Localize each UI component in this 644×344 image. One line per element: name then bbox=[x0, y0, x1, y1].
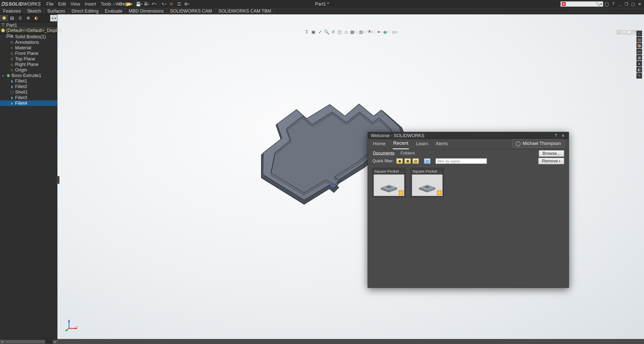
task-tab-home-icon[interactable]: ⌂ bbox=[636, 31, 642, 36]
tree-item[interactable]: ↳Origin bbox=[0, 67, 57, 73]
tab-evaluate[interactable]: Evaluate bbox=[102, 8, 126, 14]
tree-item[interactable]: ≡Material bbox=[0, 45, 57, 51]
fm-collapse-icon[interactable]: ▸ bbox=[54, 15, 57, 21]
select-button[interactable]: ↖▾ bbox=[160, 1, 167, 7]
tab-recent[interactable]: Recent bbox=[393, 138, 409, 149]
task-tab-custom-icon[interactable]: ◧ bbox=[636, 67, 642, 72]
tab-sketch[interactable]: Sketch bbox=[24, 8, 44, 14]
panel-h-scrollbar[interactable]: ◂ ▸ bbox=[0, 339, 57, 344]
scroll-right-icon[interactable]: ▸ bbox=[53, 340, 57, 344]
tree-item[interactable]: ◗Fillet3 bbox=[0, 95, 57, 100]
tree-item[interactable]: ◇Front Plane bbox=[0, 51, 57, 56]
tab-mbd-dimensions[interactable]: MBD Dimensions bbox=[126, 8, 167, 14]
orient-icon[interactable]: ▣ bbox=[310, 29, 316, 35]
view-settings-icon[interactable]: 👁▾ bbox=[367, 29, 373, 35]
recent-document-card[interactable]: Square Pocket CA... bbox=[411, 168, 444, 197]
display-state-icon[interactable]: ▭▾ bbox=[391, 29, 398, 35]
options-button[interactable]: ⚙▾ bbox=[183, 1, 190, 7]
hide-show-icon[interactable]: ▥▾ bbox=[359, 29, 365, 35]
task-tab-forum-icon[interactable]: ✎ bbox=[636, 73, 642, 79]
menu-file[interactable]: File bbox=[46, 2, 54, 7]
menu-edit[interactable]: Edit bbox=[58, 2, 66, 7]
tab-alerts[interactable]: Alerts bbox=[435, 139, 449, 149]
minimize-child-icon[interactable]: ＿ bbox=[617, 1, 623, 7]
display-style-icon[interactable]: ▦▾ bbox=[350, 29, 356, 35]
print-button[interactable]: 🖶▾ bbox=[143, 1, 150, 7]
filter-parts-icon[interactable]: ⬣ bbox=[396, 158, 403, 164]
filter-pinned-icon[interactable]: ◫ bbox=[424, 158, 431, 164]
rebuild-button[interactable]: ⟳ bbox=[168, 1, 175, 7]
login-icon[interactable]: ◯ bbox=[604, 1, 610, 7]
dialog-title-bar[interactable]: Welcome - SOLIDWORKS ? ✕ bbox=[368, 132, 569, 139]
filter-drawings-icon[interactable]: ▤ bbox=[412, 158, 419, 164]
zoom-fit-icon[interactable]: ⤢ bbox=[317, 29, 323, 35]
menu-insert[interactable]: Insert bbox=[85, 2, 96, 7]
tree-item[interactable]: ◗Fillet1 bbox=[0, 78, 57, 84]
tree-item[interactable]: ◇Right Plane bbox=[0, 62, 57, 67]
options-list-button[interactable]: ☲ bbox=[175, 1, 183, 7]
tree-item[interactable]: ◗Fillet2 bbox=[0, 84, 57, 89]
fm-tab-property-icon[interactable]: ▤ bbox=[8, 15, 16, 21]
save-button[interactable]: 💾▾ bbox=[135, 1, 142, 7]
fm-tab-dim-icon[interactable]: ⊕ bbox=[24, 15, 32, 21]
tree-item[interactable]: 🗀Annotations bbox=[0, 40, 57, 45]
command-search-input[interactable]: S 🔍▾ bbox=[560, 1, 603, 7]
scroll-track[interactable] bbox=[5, 340, 53, 343]
fm-tab-tree-icon[interactable]: ⬣ bbox=[0, 15, 8, 21]
panel-splitter[interactable] bbox=[57, 176, 59, 184]
tab-learn[interactable]: Learn bbox=[415, 139, 429, 149]
view-triad-icon[interactable]: x bbox=[65, 317, 79, 331]
vp-split-icon[interactable]: ◫ bbox=[616, 30, 621, 34]
task-tab-resources-icon[interactable]: ▤ bbox=[636, 37, 642, 42]
scroll-thumb[interactable] bbox=[5, 340, 45, 343]
undo-button[interactable]: ↶▾ bbox=[151, 1, 158, 7]
appearance-icon[interactable]: ●▾ bbox=[376, 29, 382, 35]
equation-icon[interactable]: Σ bbox=[304, 29, 310, 35]
fm-expand-icon[interactable]: ◂ bbox=[50, 15, 54, 21]
tab-direct-editing[interactable]: Direct Editing bbox=[68, 8, 102, 14]
tab-features[interactable]: Features bbox=[0, 8, 24, 14]
tree-item[interactable]: ◇Top Plane bbox=[0, 56, 57, 62]
tree-item[interactable]: ◗Fillet4 bbox=[0, 100, 57, 106]
restore-app-icon[interactable]: ▢ bbox=[630, 1, 636, 7]
vp-restore-icon[interactable]: ❐ bbox=[632, 30, 637, 34]
remove-button[interactable]: Remove▾ bbox=[538, 158, 564, 164]
tab-surfaces[interactable]: Surfaces bbox=[44, 8, 68, 14]
login-chip[interactable]: ◯ Michael Thompson bbox=[512, 139, 564, 147]
expand-icon[interactable]: ▸ bbox=[3, 74, 5, 77]
dialog-close-icon[interactable]: ✕ bbox=[560, 133, 566, 138]
task-tab-library-icon[interactable]: 📚 bbox=[636, 43, 642, 48]
fm-tab-config-icon[interactable]: ⎙ bbox=[16, 15, 24, 21]
tab-solidworks-cam[interactable]: SOLIDWORKS CAM bbox=[167, 8, 215, 14]
restore-child-icon[interactable]: ❐ bbox=[623, 1, 629, 7]
zoom-area-icon[interactable]: 🔍 bbox=[324, 29, 330, 35]
open-doc-button[interactable]: 📂▾ bbox=[126, 1, 133, 7]
task-tab-appearance-icon[interactable]: ● bbox=[636, 61, 642, 66]
new-doc-button[interactable]: 🗋▾ bbox=[118, 1, 125, 7]
section-icon[interactable]: ◫ bbox=[337, 29, 343, 35]
fm-tab-display-icon[interactable]: ◐ bbox=[32, 15, 40, 21]
task-tab-explorer-icon[interactable]: 🗃 bbox=[636, 49, 642, 54]
help-icon[interactable]: ? bbox=[610, 1, 616, 7]
dialog-help-icon[interactable]: ? bbox=[553, 133, 559, 138]
close-icon[interactable]: ✕ bbox=[636, 1, 642, 7]
tree-item[interactable]: ▢Shell1 bbox=[0, 89, 57, 95]
tab-home[interactable]: Home bbox=[372, 139, 386, 149]
filter-name-input[interactable]: filter by name bbox=[436, 158, 487, 164]
scroll-left-icon[interactable]: ◂ bbox=[0, 340, 5, 344]
expand-icon[interactable]: ▸ bbox=[6, 35, 9, 39]
browse-button[interactable]: Browse... bbox=[539, 150, 564, 157]
recent-document-card[interactable]: Square Pocket CA... bbox=[372, 168, 406, 197]
task-tab-view-icon[interactable]: ▦ bbox=[636, 55, 642, 60]
fm-root-part[interactable]: ⬣ Part1 (Default<<Default>_Display Sta bbox=[0, 27, 57, 33]
vp-maximize-icon[interactable]: □ bbox=[622, 30, 626, 34]
tree-item[interactable]: ▸⬣Boss-Extrude1 bbox=[0, 73, 57, 78]
scene-icon[interactable]: ◉▾ bbox=[383, 29, 389, 35]
subtab-folders[interactable]: Folders bbox=[400, 150, 415, 157]
subtab-documents[interactable]: Documents bbox=[372, 150, 395, 157]
orientation-icon[interactable]: ◇ bbox=[343, 29, 349, 35]
tab-solidworks-cam-tbm[interactable]: SOLIDWORKS CAM TBM bbox=[215, 8, 274, 14]
filter-assemblies-icon[interactable]: ⬢ bbox=[404, 158, 411, 164]
menu-view[interactable]: View bbox=[70, 2, 80, 7]
home-button[interactable]: ⌂ bbox=[111, 1, 118, 7]
